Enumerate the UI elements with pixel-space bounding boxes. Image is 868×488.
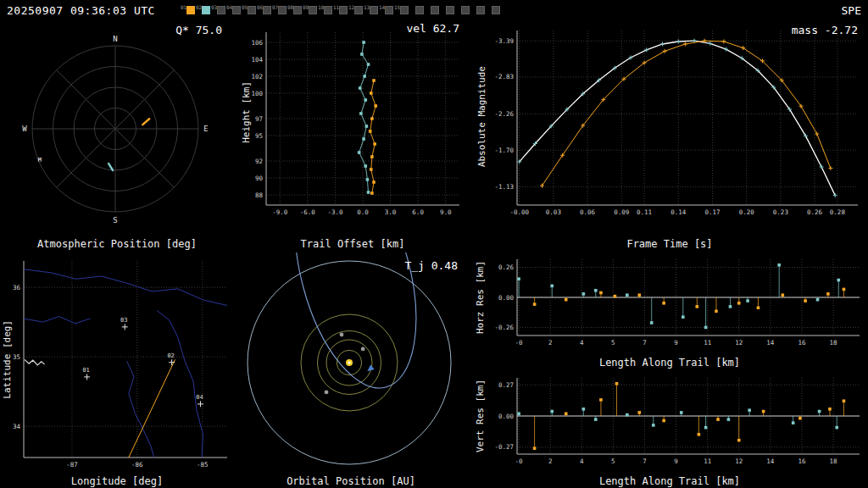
- horz-res-axis-label: Horz Res [km]: [475, 261, 486, 334]
- frame-box-15[interactable]: 15: [394, 3, 409, 14]
- frame-number: 06: [257, 4, 263, 10]
- svg-text:95: 95: [255, 132, 263, 140]
- svg-text:-0.26: -0.26: [494, 324, 514, 331]
- trail-offset-plot: -9.0-6.0-3.00.03.06.09.01061041021009795…: [237, 22, 468, 232]
- svg-text:4: 4: [580, 339, 584, 347]
- frame-square[interactable]: [248, 6, 256, 14]
- svg-text:-3.39: -3.39: [494, 37, 514, 45]
- height-axis-label: Height [km]: [241, 81, 252, 143]
- station-code: SPE: [842, 4, 861, 17]
- frame-square[interactable]: [217, 6, 225, 14]
- svg-text:88: 88: [255, 191, 264, 199]
- frame-square[interactable]: [186, 6, 195, 14]
- q-star-annotation: Q* 75.0: [175, 24, 222, 36]
- frame-box-u20[interactable]: [470, 3, 486, 14]
- frame-number: 11: [333, 4, 339, 10]
- frame-box-07[interactable]: 07: [272, 3, 287, 14]
- frame-box-u19[interactable]: [455, 3, 470, 14]
- frame-box-08[interactable]: 08: [287, 3, 303, 14]
- svg-text:-0: -0: [515, 339, 524, 347]
- frame-box-11[interactable]: 11: [333, 3, 348, 14]
- svg-text:-3.0: -3.0: [327, 208, 343, 216]
- frame-square[interactable]: [232, 6, 241, 14]
- top-bar: 20250907 09:36:03 UTC 010203040506070809…: [0, 0, 868, 20]
- frame-square[interactable]: [278, 6, 287, 14]
- frame-box-12[interactable]: 12: [348, 3, 364, 14]
- orbital-position-plot: [237, 252, 465, 471]
- horizontal-residuals-plot: -02457911121416180.260.00-0.26: [471, 252, 868, 354]
- svg-text:2: 2: [548, 339, 553, 347]
- frame-box-05[interactable]: 05: [242, 3, 257, 14]
- svg-text:9: 9: [674, 339, 678, 347]
- svg-text:0.09: 0.09: [614, 208, 629, 216]
- tisserand-annotation: T_j 0.48: [404, 259, 458, 272]
- svg-text:S: S: [113, 216, 117, 225]
- frame-square[interactable]: [370, 6, 378, 14]
- svg-text:36: 36: [13, 284, 21, 291]
- frame-square[interactable]: [446, 6, 454, 14]
- frame-square[interactable]: [309, 6, 317, 14]
- frame-box-01[interactable]: 01: [181, 3, 196, 14]
- frame-square[interactable]: [263, 6, 271, 14]
- svg-text:35: 35: [13, 353, 20, 361]
- frame-square[interactable]: [492, 6, 500, 14]
- vert-length-caption: Length Along Trail [km]: [471, 475, 868, 487]
- frame-box-04[interactable]: 04: [226, 3, 242, 14]
- frame-square[interactable]: [431, 6, 439, 14]
- svg-text:N: N: [113, 35, 117, 43]
- frame-square[interactable]: [202, 6, 210, 14]
- horz-length-caption: Length Along Trail [km]: [471, 357, 868, 369]
- horizontal-residuals-panel: -02457911121416180.260.00-0.26 Horz Res …: [471, 252, 868, 369]
- light-curve-panel: -0.000.030.060.090.110.140.170.200.230.2…: [471, 22, 868, 251]
- svg-text:5: 5: [611, 458, 615, 465]
- frame-box-06[interactable]: 06: [257, 3, 272, 14]
- svg-text:03: 03: [120, 317, 127, 324]
- frame-square[interactable]: [400, 6, 409, 14]
- frame-square[interactable]: [415, 6, 424, 14]
- svg-text:11: 11: [704, 458, 711, 465]
- svg-text:-1.70: -1.70: [494, 147, 514, 154]
- svg-text:97: 97: [255, 115, 263, 123]
- light-curve-plot: -0.000.030.060.090.110.140.170.200.230.2…: [471, 22, 868, 232]
- svg-text:-0.00: -0.00: [509, 208, 529, 216]
- frame-box-14[interactable]: 14: [379, 3, 394, 14]
- frame-box-09[interactable]: 09: [303, 3, 318, 14]
- svg-text:102: 102: [251, 73, 263, 80]
- velocity-annotation: vel 62.7: [406, 22, 459, 35]
- frame-square[interactable]: [461, 6, 470, 14]
- frame-box-10[interactable]: 10: [318, 3, 333, 14]
- svg-text:104: 104: [251, 56, 263, 64]
- frame-box-u16[interactable]: [409, 3, 425, 14]
- frame-box-u21[interactable]: [486, 3, 501, 14]
- svg-text:02: 02: [167, 352, 174, 359]
- svg-text:-85: -85: [197, 461, 209, 469]
- ground-map-plot: -87-86-8536353401020304: [0, 252, 234, 471]
- svg-text:12: 12: [735, 339, 743, 347]
- frame-square[interactable]: [324, 6, 332, 14]
- frame-square[interactable]: [293, 6, 302, 14]
- frame-box-u17[interactable]: [425, 3, 440, 14]
- svg-text:-2.83: -2.83: [494, 73, 514, 80]
- frame-square[interactable]: [339, 6, 348, 14]
- frame-box-02[interactable]: 02: [196, 3, 211, 14]
- vertical-residuals-plot: -02457911121416180.270.00-0.27: [471, 371, 868, 473]
- frame-square[interactable]: [354, 6, 363, 14]
- svg-text:34: 34: [13, 423, 21, 430]
- frame-box-13[interactable]: 13: [364, 3, 379, 14]
- svg-text:-9.0: -9.0: [272, 208, 288, 216]
- latitude-axis-label: Latitude [deg]: [2, 320, 13, 399]
- frame-box-u18[interactable]: [440, 3, 455, 14]
- frame-number: 05: [242, 4, 248, 10]
- frame-number: 15: [394, 4, 400, 10]
- frame-time-caption: Frame Time [s]: [471, 238, 868, 250]
- frame-number: 12: [348, 4, 354, 10]
- svg-text:0.23: 0.23: [773, 208, 788, 216]
- frame-square[interactable]: [385, 6, 393, 14]
- frame-number: 14: [379, 4, 385, 10]
- frame-number: 09: [303, 4, 309, 10]
- svg-text:3.0: 3.0: [385, 208, 397, 216]
- svg-text:18: 18: [830, 458, 838, 465]
- frame-box-03[interactable]: 03: [211, 3, 226, 14]
- frame-square[interactable]: [476, 6, 485, 14]
- svg-text:12: 12: [735, 458, 743, 465]
